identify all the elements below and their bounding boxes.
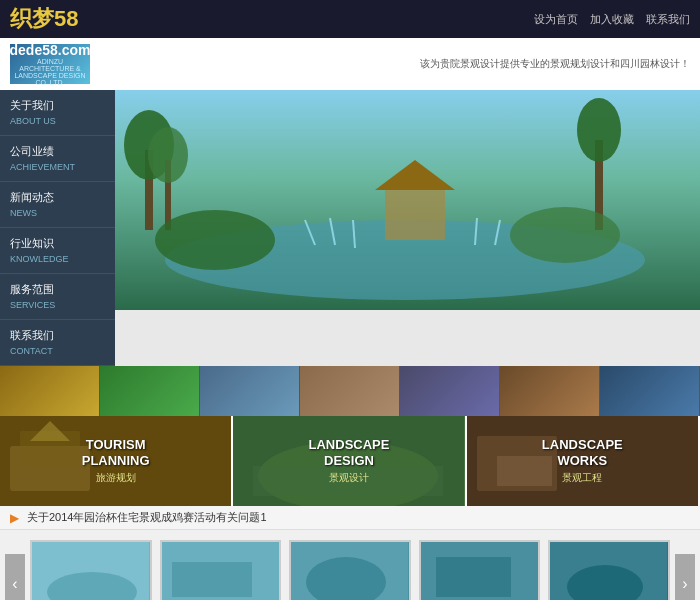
sidebar-item-contact[interactable]: 联系我们 CONTACT: [0, 320, 115, 366]
gallery-thumb-4: [548, 540, 670, 600]
feature-overlay-3: LANDSCAPE WORKS 景观工程: [467, 416, 698, 506]
feature-landscape-design[interactable]: LANDSCAPE DESIGN 景观设计: [233, 416, 466, 506]
hero-banner: [115, 90, 700, 310]
gallery-item-1[interactable]: 马尔康健康绿系统: [160, 540, 282, 600]
sidebar-label-en-5: CONTACT: [10, 346, 53, 356]
sidebar-label-en-1: ACHIEVEMENT: [10, 162, 75, 172]
sidebar-item-knowledge[interactable]: 行业知识 KNOWLEDGE: [0, 228, 115, 274]
thumbnail-7[interactable]: [600, 366, 700, 416]
gallery-thumb-2: [289, 540, 411, 600]
gallery-thumb-0: [30, 540, 152, 600]
svg-point-15: [155, 210, 275, 270]
gallery-item-2[interactable]: 巴谷国际: [289, 540, 411, 600]
sidebar-item-news[interactable]: 新闻动态 NEWS: [0, 182, 115, 228]
nav-home[interactable]: 设为首页: [534, 12, 578, 27]
site-slogan: 该为贵院景观设计提供专业的景观规划设计和四川园林设计！: [420, 57, 690, 71]
sidebar-label-en-0: ABOUT US: [10, 116, 56, 126]
sidebar-label-zh-1: 公司业绩: [10, 144, 105, 159]
gallery-items: 汉中亚水半岛 马尔康健康绿系统 巴谷国际: [30, 540, 670, 600]
sidebar-item-about[interactable]: 关于我们 ABOUT US: [0, 90, 115, 136]
site-logo[interactable]: 织梦58: [10, 4, 78, 34]
svg-point-5: [148, 127, 188, 183]
feature-zh-2: 景观设计: [329, 471, 369, 485]
sidebar-label-zh-5: 联系我们: [10, 328, 105, 343]
svg-point-16: [510, 207, 620, 263]
logo-text: 织梦58: [10, 6, 78, 31]
sidebar-label-en-2: NEWS: [10, 208, 37, 218]
sidebar-item-services[interactable]: 服务范围 SERVICES: [0, 274, 115, 320]
svg-point-7: [577, 98, 621, 162]
gallery-thumb-1: [160, 540, 282, 600]
feature-sections: TOURISM PLANNING 旅游规划 LANDSCAPE DESIGN 景…: [0, 416, 700, 506]
gallery-nav: ‹ 汉中亚水半岛 马尔康健康绿系统: [5, 540, 695, 600]
feature-en-1: TOURISM PLANNING: [82, 437, 150, 468]
logo-company: ADINZU ARCHITECTURE & LANDSCAPE DESIGN C…: [10, 58, 91, 86]
thumbnail-2[interactable]: [100, 366, 200, 416]
feature-tourism[interactable]: TOURISM PLANNING 旅游规划: [0, 416, 233, 506]
header-navigation: 设为首页 加入收藏 联系我们: [534, 12, 690, 27]
feature-en-2: LANDSCAPE DESIGN: [309, 437, 390, 468]
thumbnail-4[interactable]: [300, 366, 400, 416]
feature-zh-3: 景观工程: [562, 471, 602, 485]
gallery-item-4[interactable]: 汉中亚水半: [548, 540, 670, 600]
svg-rect-30: [172, 562, 252, 597]
feature-zh-1: 旅游规划: [96, 471, 136, 485]
sidebar-item-achievement[interactable]: 公司业绩 ACHIEVEMENT: [0, 136, 115, 182]
gallery-next-arrow[interactable]: ›: [675, 554, 695, 601]
announcement-icon: ▶: [10, 511, 19, 525]
gallery-prev-arrow[interactable]: ‹: [5, 554, 25, 601]
thumbnail-1[interactable]: [0, 366, 100, 416]
thumbnail-strip: [0, 366, 700, 416]
svg-rect-9: [385, 190, 445, 240]
gallery-thumb-3: [419, 540, 541, 600]
logo-left: dede58.com ADINZU ARCHITECTURE & LANDSCA…: [10, 44, 90, 84]
logo-area: dede58.com ADINZU ARCHITECTURE & LANDSCA…: [0, 38, 700, 90]
main-container: 关于我们 ABOUT US 公司业绩 ACHIEVEMENT 新闻动态 NEWS…: [0, 90, 700, 366]
gallery-item-3[interactable]: 西州雪山白月半: [419, 540, 541, 600]
feature-overlay-2: LANDSCAPE DESIGN 景观设计: [233, 416, 464, 506]
sidebar-label-en-3: KNOWLEDGE: [10, 254, 69, 264]
nav-bookmark[interactable]: 加入收藏: [590, 12, 634, 27]
sidebar-label-zh-2: 新闻动态: [10, 190, 105, 205]
sidebar-label-zh-0: 关于我们: [10, 98, 105, 113]
thumbnail-5[interactable]: [400, 366, 500, 416]
sidebar-label-zh-4: 服务范围: [10, 282, 105, 297]
feature-landscape-works[interactable]: LANDSCAPE WORKS 景观工程: [467, 416, 700, 506]
sidebar-label-en-4: SERVICES: [10, 300, 55, 310]
svg-rect-34: [436, 557, 511, 597]
thumbnail-3[interactable]: [200, 366, 300, 416]
thumbnail-6[interactable]: [500, 366, 600, 416]
header: 织梦58 设为首页 加入收藏 联系我们: [0, 0, 700, 38]
announcement-text: 关于2014年园治杯住宅景观成鸡赛活动有关问题1: [27, 510, 267, 525]
gallery-item-0[interactable]: 汉中亚水半岛: [30, 540, 152, 600]
nav-contact[interactable]: 联系我们: [646, 12, 690, 27]
feature-en-3: LANDSCAPE WORKS: [542, 437, 623, 468]
feature-overlay-1: TOURISM PLANNING 旅游规划: [0, 416, 231, 506]
announcement-bar: ▶ 关于2014年园治杯住宅景观成鸡赛活动有关问题1: [0, 506, 700, 530]
gallery-section: ‹ 汉中亚水半岛 马尔康健康绿系统: [0, 530, 700, 600]
company-logo: dede58.com ADINZU ARCHITECTURE & LANDSCA…: [10, 44, 90, 84]
sidebar: 关于我们 ABOUT US 公司业绩 ACHIEVEMENT 新闻动态 NEWS…: [0, 90, 115, 366]
logo-brand: dede58.com: [10, 42, 91, 58]
sidebar-label-zh-3: 行业知识: [10, 236, 105, 251]
